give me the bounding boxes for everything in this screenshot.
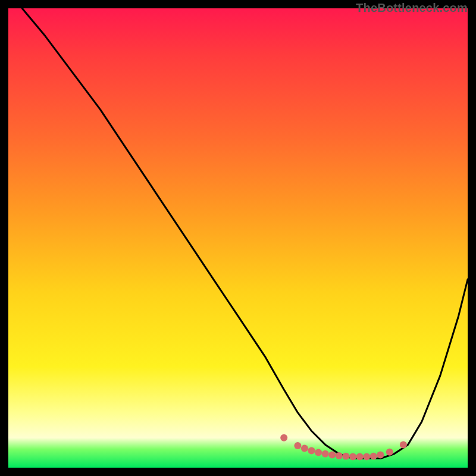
dot-marker — [377, 451, 384, 458]
dot-marker — [328, 451, 336, 458]
dot-marker — [294, 442, 301, 449]
dot-marker — [315, 449, 322, 456]
bottleneck-curve — [22, 8, 468, 459]
dot-marker — [308, 447, 315, 454]
dot-marker — [301, 445, 308, 452]
chart-svg — [8, 8, 468, 468]
dot-marker — [349, 453, 356, 461]
dot-marker — [322, 450, 329, 458]
dot-marker — [280, 434, 287, 441]
dot-marker — [386, 449, 393, 456]
dot-marker — [336, 452, 343, 459]
dot-marker — [356, 453, 364, 461]
dot-marker — [400, 441, 407, 448]
dot-marker — [342, 453, 349, 460]
dot-marker — [370, 453, 377, 460]
dot-marker — [363, 453, 370, 461]
